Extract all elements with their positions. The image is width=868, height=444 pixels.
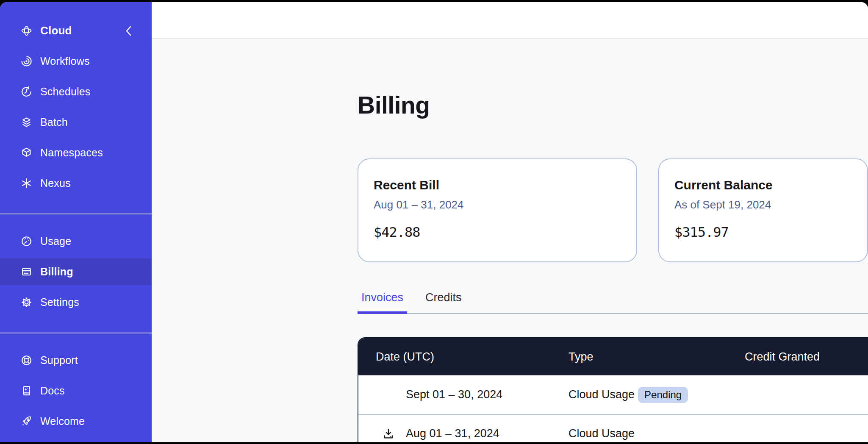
sidebar-item-label: Schedules — [40, 86, 91, 98]
settings-gear-icon — [20, 296, 33, 309]
invoices-table-header: Date (UTC) Type Credit Granted — [358, 338, 868, 375]
sidebar-item-label: Nexus — [40, 177, 71, 189]
sidebar-item-batch[interactable]: Batch — [0, 109, 152, 136]
sidebar-item-welcome[interactable]: Welcome — [0, 408, 152, 435]
invoice-type: Cloud Usage — [568, 388, 635, 401]
docs-book-icon — [20, 384, 33, 397]
sidebar-item-label: Batch — [40, 116, 68, 128]
current-balance-title: Current Balance — [674, 178, 852, 192]
download-invoice-button[interactable] — [382, 427, 395, 441]
rocket-icon — [20, 415, 33, 428]
app-window: Cloud Workflows — [0, 2, 868, 442]
sidebar-item-label: Support — [40, 354, 78, 366]
temporal-logo-icon — [20, 24, 33, 37]
sidebar-item-label: Docs — [40, 385, 65, 397]
summary-cards: Recent Bill Aug 01 – 31, 2024 $42.88 Cur… — [358, 158, 868, 262]
billing-tabs: Invoices Credits — [358, 290, 868, 314]
sidebar-item-label: Welcome — [40, 415, 85, 427]
workflows-icon — [20, 55, 33, 68]
sidebar-divider — [0, 333, 152, 333]
status-badge-pending: Pending — [638, 387, 688, 403]
topbar — [152, 2, 868, 39]
support-lifebuoy-icon — [20, 354, 33, 367]
sidebar-divider — [0, 214, 152, 214]
column-header-type: Type — [568, 350, 745, 364]
sidebar-item-label: Billing — [40, 266, 73, 278]
sidebar-item-settings[interactable]: Settings — [0, 289, 152, 316]
download-slot-empty — [382, 388, 395, 402]
tab-invoices[interactable]: Invoices — [358, 290, 407, 314]
sidebar-item-schedules[interactable]: Schedules — [0, 78, 152, 105]
invoice-date: Aug 01 – 31, 2024 — [406, 427, 499, 440]
sidebar-item-label: Usage — [40, 235, 71, 247]
sidebar-item-nexus[interactable]: Nexus — [0, 170, 152, 197]
nexus-asterisk-icon — [20, 177, 33, 190]
recent-bill-amount: $42.88 — [374, 224, 621, 240]
sidebar-collapse-button[interactable] — [125, 25, 133, 36]
current-balance-amount: $315.97 — [674, 224, 852, 240]
content-column: Billing Recent Bill Aug 01 – 31, 2024 $4… — [152, 2, 868, 442]
recent-bill-title: Recent Bill — [374, 178, 621, 192]
recent-bill-card: Recent Bill Aug 01 – 31, 2024 $42.88 — [358, 158, 637, 262]
sidebar-brand-label: Cloud — [40, 24, 72, 37]
sidebar-item-label: Settings — [40, 296, 79, 308]
sidebar-item-usage[interactable]: Usage — [0, 228, 152, 255]
namespaces-cube-icon — [20, 146, 33, 159]
sidebar-item-docs[interactable]: Docs — [0, 377, 152, 404]
sidebar-item-label: Namespaces — [40, 147, 103, 159]
billing-card-icon — [20, 265, 33, 278]
sidebar-item-namespaces[interactable]: Namespaces — [0, 139, 152, 166]
invoice-date: Sept 01 – 30, 2024 — [406, 388, 502, 401]
sidebar-item-label: Workflows — [40, 55, 90, 67]
usage-gauge-icon — [20, 235, 33, 248]
schedules-icon — [20, 85, 33, 98]
sidebar: Cloud Workflows — [0, 2, 152, 442]
invoice-type: Cloud Usage — [568, 427, 635, 440]
sidebar-brand[interactable]: Cloud — [0, 17, 152, 44]
column-header-credit: Credit Granted — [745, 350, 868, 364]
sidebar-item-support[interactable]: Support — [0, 347, 152, 374]
batch-layers-icon — [20, 116, 33, 129]
invoice-row: Aug 01 – 31, 2024 Cloud Usage — [358, 414, 868, 442]
page-title: Billing — [358, 92, 868, 118]
current-balance-as-of: As of Sept 19, 2024 — [674, 198, 852, 211]
current-balance-card: Current Balance As of Sept 19, 2024 $315… — [658, 158, 868, 262]
column-header-date: Date (UTC) — [358, 350, 568, 364]
invoice-row: Sept 01 – 30, 2024 Cloud Usage Pending — [358, 375, 868, 414]
main-content: Billing Recent Bill Aug 01 – 31, 2024 $4… — [152, 39, 868, 442]
recent-bill-period: Aug 01 – 31, 2024 — [374, 198, 621, 211]
tab-credits[interactable]: Credits — [422, 290, 466, 314]
invoices-table: Date (UTC) Type Credit Granted Sept 01 –… — [358, 337, 868, 442]
sidebar-item-workflows[interactable]: Workflows — [0, 48, 152, 75]
sidebar-item-billing[interactable]: Billing — [0, 258, 152, 285]
